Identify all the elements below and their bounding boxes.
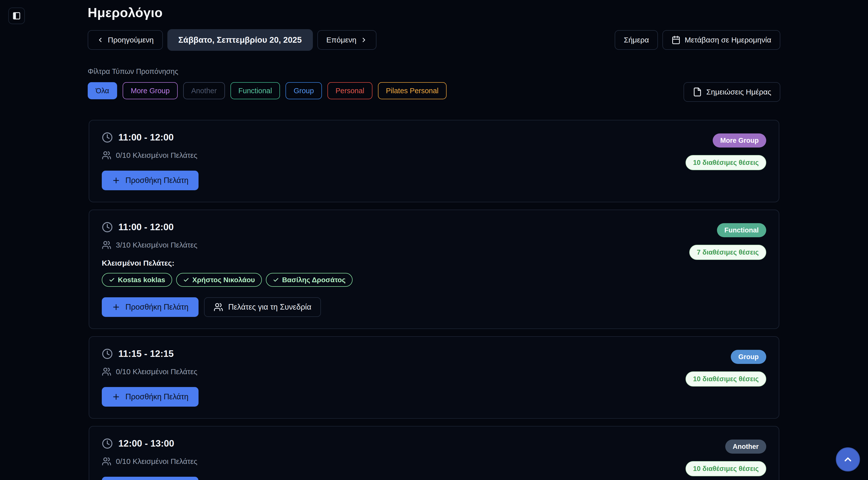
next-day-label: Επόμενη: [327, 36, 356, 44]
plus-icon: [112, 303, 120, 311]
session-actions: Προσθήκη Πελάτη: [102, 477, 198, 480]
session-booked-row: 0/10 Κλεισμένοι Πελάτες: [102, 367, 197, 377]
client-chip[interactable]: Χρήστος Νικολάου: [176, 273, 262, 287]
booked-client-chips: Kostas koklas Χρήστος Νικολάου: [102, 273, 352, 287]
sidebar-toggle-button[interactable]: [8, 7, 25, 24]
filter-chip-label: Pilates Personal: [386, 87, 439, 95]
session-actions: Προσθήκη Πελάτη: [102, 387, 198, 407]
session-type-badge: Another: [725, 440, 767, 454]
plus-icon: [112, 176, 120, 185]
session-actions: Προσθήκη Πελάτη Πελάτες για τη Συνεδρία: [102, 297, 321, 317]
session-card-side: More Group 10 διαθέσιμες θέσεις: [686, 132, 766, 170]
users-icon: [102, 240, 111, 250]
filter-chip-label: Another: [191, 87, 217, 95]
previous-day-label: Προηγούμενη: [108, 36, 154, 44]
calendar-icon: [672, 35, 681, 44]
today-button[interactable]: Σήμερα: [615, 30, 658, 50]
plus-icon: [112, 393, 120, 401]
filter-chip-label: Όλα: [96, 87, 109, 95]
filter-chip-personal[interactable]: Personal: [328, 82, 372, 99]
filter-chip-pilates-personal[interactable]: Pilates Personal: [378, 82, 447, 99]
session-clients-label: Πελάτες για τη Συνεδρία: [228, 303, 311, 311]
chevron-up-icon: [843, 454, 853, 465]
check-icon: [109, 277, 115, 283]
session-card-main: 11:00 - 12:00 0/10 Κλεισμένοι Πελάτες: [102, 132, 198, 190]
clock-icon: [102, 222, 113, 233]
available-seats-badge: 10 διαθέσιμες θέσεις: [686, 461, 766, 476]
clock-icon: [102, 132, 113, 143]
filters-row: Όλα More Group Another Functional Group: [88, 82, 780, 102]
filter-chip-more-group[interactable]: More Group: [123, 82, 178, 99]
filter-chip-another[interactable]: Another: [183, 82, 225, 99]
available-seats-badge: 10 διαθέσιμες θέσεις: [686, 155, 766, 170]
goto-date-label: Μετάβαση σε Ημερομηνία: [685, 36, 771, 44]
users-icon: [102, 457, 111, 466]
filters-section: Φίλτρα Τύπων Προπόνησης Όλα More Group A…: [88, 67, 780, 102]
session-card: 11:00 - 12:00 0/10 Κλεισμένοι Πελάτες: [89, 120, 779, 202]
session-booked-row: 3/10 Κλεισμένοι Πελάτες: [102, 240, 197, 250]
chevron-left-icon: [97, 36, 104, 43]
users-icon: [102, 151, 111, 160]
filter-chips: Όλα More Group Another Functional Group: [88, 82, 446, 99]
session-time: 12:00 - 13:00: [118, 438, 174, 449]
today-label: Σήμερα: [624, 36, 649, 44]
session-card-main: 11:15 - 12:15 0/10 Κλεισμένοι Πελάτες: [102, 348, 198, 407]
session-card-main: 11:00 - 12:00 3/10 Κλεισμένοι Πελάτες Κλ…: [102, 222, 352, 317]
session-time: 11:15 - 12:15: [118, 349, 174, 359]
client-name: Kostas koklas: [118, 276, 165, 284]
session-time-row: 11:15 - 12:15: [102, 348, 174, 359]
filter-chip-label: Functional: [239, 87, 272, 95]
client-name: Χρήστος Νικολάου: [192, 276, 255, 284]
session-clients-button[interactable]: Πελάτες για τη Συνεδρία: [204, 297, 321, 317]
page-title: Ημερολόγιο: [88, 5, 780, 20]
client-chip[interactable]: Βασίλης Δροσάτος: [266, 273, 352, 287]
session-time: 11:00 - 12:00: [118, 222, 174, 233]
goto-date-button[interactable]: Μετάβαση σε Ημερομηνία: [662, 30, 780, 50]
client-chip[interactable]: Kostas koklas: [102, 273, 172, 287]
session-card: 11:00 - 12:00 3/10 Κλεισμένοι Πελάτες Κλ…: [89, 210, 779, 329]
session-card-side: Functional 7 διαθέσιμες θέσεις: [689, 222, 766, 260]
session-time-row: 11:00 - 12:00: [102, 222, 174, 233]
session-actions: Προσθήκη Πελάτη: [102, 171, 198, 190]
add-client-label: Προσθήκη Πελάτη: [125, 303, 188, 311]
add-client-button[interactable]: Προσθήκη Πελάτη: [102, 171, 198, 190]
add-client-label: Προσθήκη Πελάτη: [125, 392, 188, 401]
add-client-button[interactable]: Προσθήκη Πελάτη: [102, 387, 198, 407]
filter-chip-group[interactable]: Group: [285, 82, 322, 99]
calendar-page: Ημερολόγιο Προηγούμενη Σάββατο, Σεπτεμβρ…: [0, 0, 868, 480]
filter-chip-label: Personal: [336, 87, 364, 95]
file-icon: [692, 87, 702, 97]
day-notes-button[interactable]: Σημειώσεις Ημέρας: [684, 82, 780, 102]
available-seats-badge: 7 διαθέσιμες θέσεις: [689, 245, 766, 260]
filter-chip-functional[interactable]: Functional: [230, 82, 280, 99]
session-type-badge: More Group: [713, 133, 766, 148]
main-content: Ημερολόγιο Προηγούμενη Σάββατο, Σεπτεμβρ…: [88, 0, 780, 480]
previous-day-button[interactable]: Προηγούμενη: [88, 30, 163, 50]
session-card-main: 12:00 - 13:00 0/10 Κλεισμένοι Πελάτες: [102, 438, 198, 480]
session-booked: 3/10 Κλεισμένοι Πελάτες: [116, 241, 197, 249]
session-card-side: Group 10 διαθέσιμες θέσεις: [686, 348, 766, 387]
add-client-button[interactable]: Προσθήκη Πελάτη: [102, 477, 198, 480]
session-time-row: 12:00 - 13:00: [102, 438, 174, 449]
clock-icon: [102, 438, 113, 449]
add-client-button[interactable]: Προσθήκη Πελάτη: [102, 297, 198, 317]
check-icon: [183, 277, 189, 283]
next-day-button[interactable]: Επόμενη: [317, 30, 377, 50]
users-icon: [214, 302, 223, 312]
date-shortcut-group: Σήμερα Μετάβαση σε Ημερομηνία: [615, 30, 780, 50]
day-notes-label: Σημειώσεις Ημέρας: [706, 88, 771, 96]
filter-chip-all[interactable]: Όλα: [88, 82, 117, 99]
users-icon: [102, 367, 111, 377]
available-seats-badge: 10 διαθέσιμες θέσεις: [686, 371, 766, 387]
scroll-to-top-button[interactable]: [836, 447, 860, 472]
session-time: 11:00 - 12:00: [118, 132, 174, 143]
current-date: Σάββατο, Σεπτεμβρίου 20, 2025: [167, 29, 313, 51]
filters-label: Φίλτρα Τύπων Προπόνησης: [88, 67, 780, 76]
session-card: 12:00 - 13:00 0/10 Κλεισμένοι Πελάτες: [89, 426, 779, 480]
booked-clients-label: Κλεισμένοι Πελάτες:: [102, 259, 175, 267]
session-booked-row: 0/10 Κλεισμένοι Πελάτες: [102, 151, 197, 160]
date-nav-group: Προηγούμενη Σάββατο, Σεπτεμβρίου 20, 202…: [88, 29, 376, 51]
check-icon: [273, 277, 279, 283]
session-type-badge: Group: [731, 350, 766, 364]
session-booked: 0/10 Κλεισμένοι Πελάτες: [116, 367, 197, 376]
